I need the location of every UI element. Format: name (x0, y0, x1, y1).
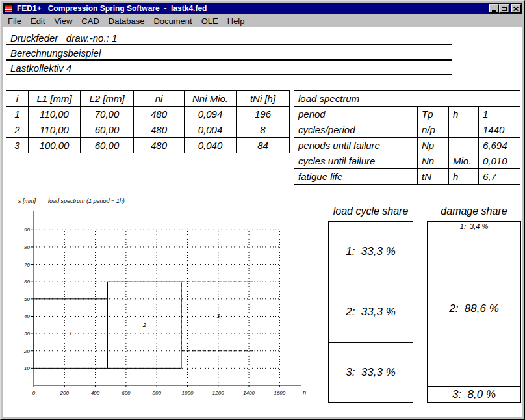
table-cell: 6,694 (479, 138, 520, 153)
table-cell: 0,010 (479, 153, 520, 169)
x-axis-label: n (303, 389, 306, 396)
table-cell: 3 (6, 138, 29, 153)
table-cell: 2 (6, 122, 29, 138)
table-cell: Np (418, 138, 449, 153)
app-window: FED1+ Compression Spring Software - last… (0, 0, 525, 420)
load-cases-header-row: iL1 [mm]L2 [mm]niNni Mio.tNi [h] (6, 91, 290, 107)
table-cell: 100,00 (29, 138, 81, 153)
title-bar: FED1+ Compression Spring Software - last… (3, 3, 522, 14)
spectrum-row-2: cycles/periodn/p1440 (294, 122, 520, 138)
window-title: FED1+ Compression Spring Software - last… (17, 4, 489, 13)
menu-item-view[interactable]: View (49, 15, 77, 27)
y-tick-label: 50 (24, 296, 30, 302)
column-header: L2 [mm] (81, 91, 134, 107)
menu-item-database[interactable]: Database (104, 15, 149, 27)
minimize-icon (492, 10, 496, 12)
column-header: ni (134, 91, 185, 107)
menu-item-cad[interactable]: CAD (77, 15, 103, 27)
table-cell: periods until failure (294, 138, 418, 153)
load-cycle-share-section-2: 2: 33,3 % (329, 282, 413, 343)
x-tick-label: 1600 (274, 390, 285, 396)
chart-title: load spectrum (1 period = 1h) (48, 198, 125, 204)
table-cell: fatigue life (294, 169, 418, 185)
load-cycle-share-section-1: 1: 33,3 % (329, 222, 413, 282)
window-controls (489, 4, 521, 13)
load-cases-table: iL1 [mm]L2 [mm]niNni Mio.tNi [h]1110,007… (6, 90, 290, 153)
y-tick-label: 60 (24, 279, 30, 285)
maximize-button[interactable] (499, 4, 509, 13)
menu-item-document[interactable]: Document (149, 15, 196, 27)
table-cell: 1 (479, 107, 520, 122)
table-cell (449, 122, 479, 138)
damage-share-section-2: 2: 88,6 % (428, 231, 520, 387)
table-cell (449, 138, 479, 153)
y-tick-label: 80 (24, 244, 30, 250)
column-header: Nni Mio. (185, 91, 237, 107)
load-collective-box: Lastkollektiv 4 (6, 60, 452, 75)
x-tick-label: 0 (32, 390, 36, 396)
table-cell: 196 (237, 107, 290, 122)
load-spectrum-chart: 0200400600800100012001400160010203040506… (14, 194, 308, 408)
drawing-title-box: Druckfeder draw.-no.: 1 (6, 31, 452, 45)
table-cell: 110,00 (29, 122, 81, 138)
spectrum-table-title: load spectrum (294, 91, 520, 107)
menu-item-help[interactable]: Help (223, 15, 250, 27)
spectrum-row-3: periods until failureNp6,694 (294, 138, 520, 153)
load-case-row-2: 2110,0060,004800,0048 (6, 122, 290, 138)
column-header: i (6, 91, 29, 107)
table-cell: 8 (237, 122, 290, 138)
table-cell: Mio. (449, 153, 479, 169)
x-tick-label: 1000 (182, 390, 194, 396)
table-cell: 60,00 (81, 122, 134, 138)
load-case-row-3: 3100,0060,004800,04084 (6, 138, 290, 153)
load-block-label-1: 1 (69, 330, 72, 337)
minimize-button[interactable] (489, 4, 499, 13)
y-tick-label: 70 (24, 262, 30, 268)
maximize-icon (502, 7, 507, 11)
table-cell: n/p (418, 122, 449, 138)
y-tick-label: 20 (23, 348, 30, 354)
client-area: Druckfeder draw.-no.: 1 Berechnungsbeisp… (3, 27, 522, 417)
table-cell: Tp (418, 107, 449, 122)
menu-item-ole[interactable]: OLE (197, 15, 223, 27)
y-tick-label: 10 (24, 365, 30, 371)
table-cell: h (449, 107, 479, 122)
damage-share-section-3: 3: 8,0 % (428, 387, 520, 402)
description-box: Berechnungsbeispiel (6, 46, 452, 60)
table-cell: 0,094 (185, 107, 237, 122)
x-tick-label: 1400 (243, 390, 255, 396)
spectrum-row-5: fatigue lifetNh6,7 (294, 169, 520, 185)
spectrum-row-4: cycles until failureNnMio.0,010 (294, 153, 520, 169)
table-cell: 480 (134, 138, 185, 153)
y-tick-label: 40 (24, 313, 30, 319)
load-spectrum-table: load spectrumperiodTph1cycles/periodn/p1… (294, 90, 520, 185)
table-cell: cycles until failure (294, 153, 418, 169)
load-block-label-2: 2 (142, 322, 146, 328)
table-cell: 70,00 (81, 107, 134, 122)
x-tick-label: 1200 (212, 390, 224, 396)
menu-item-edit[interactable]: Edit (26, 15, 49, 27)
table-cell: h (449, 169, 479, 185)
table-cell: cycles/period (294, 122, 418, 138)
y-tick-label: 90 (24, 227, 30, 233)
table-cell: 6,7 (479, 169, 520, 185)
table-cell: 84 (237, 138, 290, 153)
table-cell: 0,004 (185, 122, 237, 138)
table-cell: period (294, 107, 418, 122)
spectrum-row-1: periodTph1 (294, 107, 520, 122)
column-header: L1 [mm] (29, 91, 81, 107)
table-cell: 480 (134, 122, 185, 138)
close-icon (513, 7, 519, 11)
damage-share-title: damage share (427, 205, 521, 218)
y-axis-label: s [mm] (18, 198, 36, 204)
x-tick-label: 200 (60, 390, 70, 396)
table-cell: 110,00 (29, 107, 81, 122)
damage-share-box: 1: 3,4 %2: 88,6 %3: 8,0 % (427, 221, 521, 403)
menu-item-file[interactable]: File (3, 15, 26, 27)
load-cycle-share-title: load cycle share (328, 205, 413, 218)
x-tick-label: 600 (122, 390, 131, 396)
table-cell: 0,040 (185, 138, 237, 153)
close-button[interactable] (511, 4, 521, 13)
table-cell: 1440 (479, 122, 520, 138)
column-header: tNi [h] (237, 91, 290, 107)
